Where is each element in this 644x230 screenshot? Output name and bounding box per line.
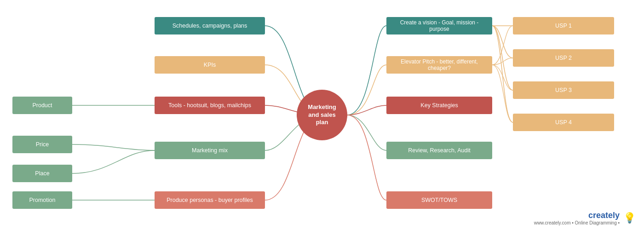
node-product: Product bbox=[12, 97, 72, 114]
node-elevator: Elevator Pitch - better, different, chea… bbox=[386, 56, 492, 74]
node-tools: Tools - hootsuit, blogs, mailchips bbox=[155, 97, 265, 114]
node-swot: SWOT/TOWS bbox=[386, 191, 492, 209]
node-usp4: USP 4 bbox=[513, 114, 614, 131]
node-personas: Produce personas - buyer profiles bbox=[155, 191, 265, 209]
bulb-icon: 💡 bbox=[623, 212, 636, 224]
node-promotion: Promotion bbox=[12, 191, 72, 209]
node-schedules: Schedules, campaigns, plans bbox=[155, 17, 265, 34]
node-usp1: USP 1 bbox=[513, 17, 614, 34]
node-kpis: KPIs bbox=[155, 56, 265, 74]
node-place: Place bbox=[12, 165, 72, 182]
watermark: creately www.creately.com • Online Diagr… bbox=[534, 211, 636, 225]
node-marketing-mix: Marketing mix bbox=[155, 142, 265, 159]
node-vision: Create a vision - Goal, mission - purpos… bbox=[386, 17, 492, 34]
diagram-container: Marketing and sales plan Product Price P… bbox=[0, 0, 644, 230]
node-usp2: USP 2 bbox=[513, 49, 614, 67]
watermark-brand: creately bbox=[588, 211, 620, 220]
node-usp3: USP 3 bbox=[513, 81, 614, 99]
watermark-sub: www.creately.com • Online Diagramming • bbox=[534, 220, 620, 225]
node-price: Price bbox=[12, 136, 72, 153]
watermark-logo: creately www.creately.com • Online Diagr… bbox=[534, 211, 620, 225]
node-review: Review, Research, Audit bbox=[386, 142, 492, 159]
node-strategies: Key Strategies bbox=[386, 97, 492, 114]
center-node: Marketing and sales plan bbox=[297, 90, 347, 140]
